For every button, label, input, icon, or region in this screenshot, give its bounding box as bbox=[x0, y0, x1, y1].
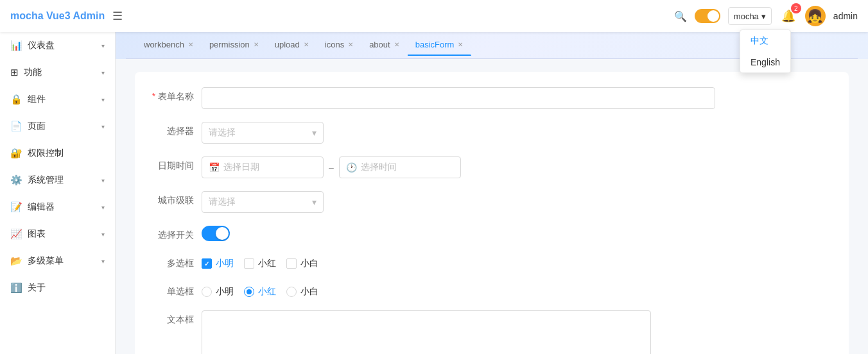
tab-upload[interactable]: upload ✕ bbox=[267, 35, 317, 56]
input-table-name[interactable] bbox=[202, 87, 715, 109]
menu-icon[interactable]: ☰ bbox=[112, 9, 123, 23]
lang-option-zh[interactable]: 中文 bbox=[740, 30, 790, 52]
sidebar-label-system: 系统管理 bbox=[28, 174, 64, 186]
radio-circle-xiaoming bbox=[202, 287, 212, 297]
city-placeholder: 请选择 bbox=[209, 196, 236, 208]
radio-xiaobai[interactable]: 小白 bbox=[286, 286, 318, 298]
tab-label: permission bbox=[209, 40, 250, 49]
tab-about[interactable]: about ✕ bbox=[361, 35, 408, 56]
admin-name[interactable]: admin bbox=[833, 11, 858, 21]
editor-icon: 📝 bbox=[10, 201, 22, 213]
chevron-down-icon: ▾ bbox=[101, 258, 105, 265]
header: mocha Vue3 Admin ☰ 🔍 mocha ▾ 🔔 2 👧 admin… bbox=[0, 0, 868, 32]
sidebar-item-component[interactable]: 🔒 组件 ▾ bbox=[0, 86, 115, 113]
checkbox-group: ✓ 小明 小红 小白 bbox=[202, 254, 318, 269]
sidebar-label-chart: 图表 bbox=[28, 228, 46, 240]
label-radio: 单选框 bbox=[150, 282, 202, 298]
sidebar-item-page[interactable]: 📄 页面 ▾ bbox=[0, 113, 115, 140]
tab-close-icon[interactable]: ✕ bbox=[304, 41, 309, 48]
chevron-down-icon: ▾ bbox=[101, 177, 105, 184]
form-row-city: 城市级联 请选择 ▾ bbox=[150, 191, 833, 213]
tab-close-icon[interactable]: ✕ bbox=[458, 41, 463, 48]
checkbox-label-xiaobai: 小白 bbox=[300, 258, 318, 269]
chevron-down-icon: ▾ bbox=[101, 231, 105, 238]
checkbox-xiaobai[interactable]: 小白 bbox=[286, 258, 318, 269]
sidebar-item-chart[interactable]: 📈 图表 ▾ bbox=[0, 221, 115, 248]
sidebar-label-permission: 权限控制 bbox=[28, 148, 64, 159]
checkbox-label-xiaohong: 小红 bbox=[258, 258, 276, 269]
tab-label: icons bbox=[325, 40, 344, 49]
radio-label-xiaobai: 小白 bbox=[300, 286, 318, 298]
chart-icon: 📈 bbox=[10, 228, 22, 240]
main-content: 表单名称 选择器 请选择 ▾ bbox=[116, 59, 868, 354]
checkbox-box-xiaoming: ✓ bbox=[202, 258, 212, 269]
notification-bell[interactable]: 🔔 2 bbox=[779, 7, 797, 25]
sidebar-item-about[interactable]: ℹ️ 关于 bbox=[0, 274, 115, 301]
chevron-down-icon: ▾ bbox=[101, 123, 105, 130]
select-selector[interactable]: 请选择 ▾ bbox=[202, 122, 324, 144]
checkbox-xiaoming[interactable]: ✓ 小明 bbox=[202, 258, 234, 269]
multi-menu-icon: 📂 bbox=[10, 255, 22, 267]
form-row-radio: 单选框 小明 小红 bbox=[150, 282, 833, 298]
check-icon: ✓ bbox=[204, 260, 209, 267]
sidebar-item-permission[interactable]: 🔐 权限控制 bbox=[0, 140, 115, 167]
sidebar-label-multi-menu: 多级菜单 bbox=[28, 255, 64, 267]
tab-icons[interactable]: icons ✕ bbox=[317, 35, 361, 56]
time-picker[interactable]: 🕐 选择时间 bbox=[339, 156, 461, 178]
tab-label: about bbox=[369, 40, 390, 49]
tab-label: workbench bbox=[144, 40, 184, 49]
about-icon: ℹ️ bbox=[10, 282, 22, 294]
label-table-name: 表单名称 bbox=[150, 87, 202, 103]
sidebar-label-about: 关于 bbox=[28, 282, 46, 294]
radio-circle-xiaobai bbox=[286, 287, 297, 297]
sidebar-label-function: 功能 bbox=[24, 67, 42, 78]
search-icon[interactable]: 🔍 bbox=[674, 10, 687, 22]
theme-selector[interactable]: mocha ▾ bbox=[728, 7, 772, 25]
checkbox-box-xiaobai bbox=[286, 258, 297, 269]
tab-close-icon[interactable]: ✕ bbox=[348, 41, 353, 48]
date-placeholder: 选择日期 bbox=[223, 162, 259, 173]
date-range-separator: – bbox=[329, 162, 334, 173]
date-picker[interactable]: 📅 选择日期 bbox=[202, 156, 324, 178]
tab-basicform[interactable]: basicForm ✕ bbox=[408, 35, 472, 56]
select-city[interactable]: 请选择 ▾ bbox=[202, 191, 324, 213]
radio-xiaoming[interactable]: 小明 bbox=[202, 286, 234, 298]
time-placeholder: 选择时间 bbox=[361, 162, 397, 173]
sidebar-item-editor[interactable]: 📝 编辑器 ▾ bbox=[0, 194, 115, 221]
theme-toggle[interactable] bbox=[695, 9, 720, 23]
dashboard-icon: 📊 bbox=[10, 40, 22, 51]
label-datetime: 日期时间 bbox=[150, 156, 202, 172]
page-icon: 📄 bbox=[10, 121, 22, 132]
textarea-input[interactable] bbox=[202, 310, 651, 354]
tab-permission[interactable]: permission ✕ bbox=[202, 35, 267, 56]
sidebar-item-system[interactable]: ⚙️ 系统管理 ▾ bbox=[0, 167, 115, 194]
radio-xiaohong[interactable]: 小红 bbox=[244, 286, 276, 298]
lang-option-en[interactable]: English bbox=[740, 52, 790, 72]
logo: mocha Vue3 Admin bbox=[10, 10, 105, 22]
sidebar-item-function[interactable]: ⊞ 功能 ▾ bbox=[0, 59, 115, 86]
tab-label: upload bbox=[275, 40, 300, 49]
sidebar-label-editor: 编辑器 bbox=[28, 201, 55, 213]
toggle-switch[interactable] bbox=[202, 226, 230, 241]
tab-close-icon[interactable]: ✕ bbox=[394, 41, 399, 48]
form-card: 表单名称 选择器 请选择 ▾ bbox=[135, 72, 849, 354]
chevron-down-icon: ▾ bbox=[312, 197, 317, 207]
sidebar-item-dashboard[interactable]: 📊 仪表盘 ▾ bbox=[0, 32, 115, 59]
clock-icon: 🕐 bbox=[346, 162, 357, 173]
chevron-down-icon: ▾ bbox=[312, 128, 317, 138]
tab-close-icon[interactable]: ✕ bbox=[188, 41, 193, 48]
checkbox-xiaohong[interactable]: 小红 bbox=[244, 258, 276, 269]
tab-close-icon[interactable]: ✕ bbox=[254, 41, 259, 48]
sidebar-item-multi-menu[interactable]: 📂 多级菜单 ▾ bbox=[0, 248, 115, 274]
chevron-down-icon: ▾ bbox=[101, 204, 105, 211]
label-city: 城市级联 bbox=[150, 191, 202, 206]
radio-circle-xiaohong bbox=[244, 287, 254, 297]
avatar[interactable]: 👧 bbox=[805, 6, 826, 26]
sidebar-label-dashboard: 仪表盘 bbox=[28, 40, 55, 51]
tab-workbench[interactable]: workbench ✕ bbox=[136, 35, 202, 56]
sidebar-label-page: 页面 bbox=[28, 121, 46, 132]
calendar-icon: 📅 bbox=[209, 162, 220, 173]
date-range: 📅 选择日期 – 🕐 选择时间 bbox=[202, 156, 461, 178]
form-row-selector: 选择器 请选择 ▾ bbox=[150, 122, 833, 144]
chevron-down-icon: ▾ bbox=[101, 42, 105, 49]
